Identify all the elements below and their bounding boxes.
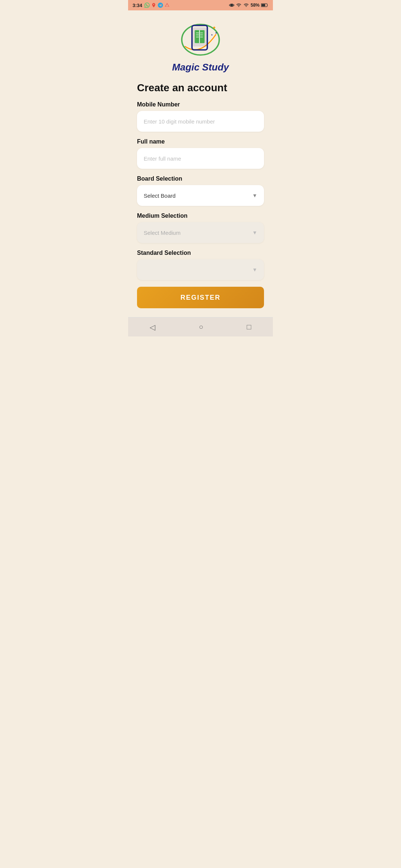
recent-apps-button[interactable]: □ <box>239 320 258 334</box>
status-time: 3:34 <box>133 3 142 8</box>
board-selection-label: Board Selection <box>137 175 264 182</box>
back-icon: ◁ <box>150 323 155 332</box>
standard-selection-dropdown[interactable]: ▼ Select Standard 1st 2nd 3rd 4th 5th 6t… <box>137 259 264 280</box>
svg-text:★: ★ <box>212 25 216 30</box>
vibrate-icon <box>229 3 234 8</box>
medium-selection-dropdown[interactable]: Select Medium ▼ Select Medium English Hi… <box>137 222 264 243</box>
telegram-icon <box>158 3 163 8</box>
svg-rect-1 <box>261 4 265 6</box>
autodesk-icon <box>164 3 170 8</box>
battery-text: 58% <box>251 3 260 8</box>
battery-icon <box>261 3 268 7</box>
mobile-number-label: Mobile Number <box>137 101 264 108</box>
standard-selection-label: Standard Selection <box>137 250 264 256</box>
full-name-group: Full name <box>137 138 264 169</box>
svg-text:★: ★ <box>215 31 217 34</box>
maps-icon <box>151 3 156 8</box>
standard-selection-group: Standard Selection ▼ Select Standard 1st… <box>137 250 264 280</box>
mobile-number-input[interactable] <box>137 111 264 132</box>
form-heading: Create an account <box>137 82 264 94</box>
back-button[interactable]: ◁ <box>142 320 163 335</box>
svg-text:★: ★ <box>211 33 213 36</box>
board-selection-group: Board Selection Select Board ▼ Select Bo… <box>137 175 264 206</box>
full-name-input[interactable] <box>137 148 264 169</box>
status-bar-left: 3:34 <box>133 3 170 8</box>
home-icon: ○ <box>199 323 203 331</box>
mobile-number-group: Mobile Number <box>137 101 264 132</box>
status-bar: 3:34 <box>128 0 273 10</box>
register-button[interactable]: REGISTER <box>137 287 264 308</box>
whatsapp-icon <box>144 3 150 8</box>
logo-container: ★ ★ ★ Magic Study <box>137 16 264 73</box>
notification-icons <box>144 3 170 8</box>
logo-svg: ★ ★ ★ <box>178 19 223 60</box>
signal-icon-2 <box>243 3 249 8</box>
medium-selection-label: Medium Selection <box>137 213 264 219</box>
status-bar-right: 58% <box>229 3 268 8</box>
board-selection-dropdown[interactable]: Select Board ▼ Select Board CBSE ICSE St… <box>137 185 264 206</box>
bottom-nav: ◁ ○ □ <box>128 317 273 336</box>
signal-icon-1 <box>236 3 242 8</box>
logo-graphic: ★ ★ ★ <box>178 19 223 60</box>
app-title: Magic Study <box>172 62 229 73</box>
medium-selection-group: Medium Selection Select Medium ▼ Select … <box>137 213 264 243</box>
recent-icon: □ <box>247 323 251 331</box>
home-button[interactable]: ○ <box>191 320 211 334</box>
full-name-label: Full name <box>137 138 264 145</box>
main-content: ★ ★ ★ Magic Study Create an account Mobi… <box>128 10 273 317</box>
